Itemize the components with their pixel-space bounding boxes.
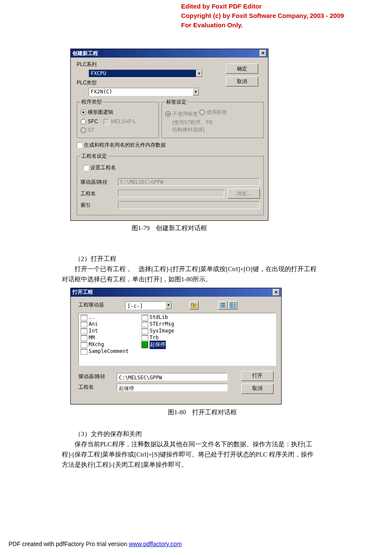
cancel-button[interactable]: 取消: [226, 76, 258, 87]
open-project-dialog: 打开工程 ✕ 工程驱动器 [-c-] ▼: [70, 288, 282, 405]
chevron-down-icon[interactable]: ▼: [196, 70, 202, 77]
svg-rect-4: [220, 305, 221, 306]
details-icon: [230, 302, 236, 308]
folder-icon: [141, 335, 148, 341]
project-name-legend: 工程名设定: [81, 153, 108, 160]
d2-proj-label: 工程名: [78, 383, 113, 391]
dialog2-titlebar: 打开工程 ✕: [71, 288, 281, 297]
check-gen-mem[interactable]: 生成和程序名同名的软元件内存数据: [77, 142, 166, 149]
program-type-legend: 程序类型: [81, 98, 103, 106]
figure-1-80-caption: 图1-80 打开工程对话框: [70, 407, 334, 417]
plc-series-value: FXCPU: [89, 70, 196, 77]
folder-icon: [81, 349, 87, 355]
svg-rect-6: [220, 306, 221, 307]
check-set-project-name[interactable]: 设置工程名: [83, 164, 116, 171]
label-setting-legend: 标签设定: [165, 98, 187, 106]
radio-st: ST: [81, 127, 94, 133]
sec2-line2: 对话框中选择已有工程，单击[打开]，如图1-80所示。: [62, 274, 334, 284]
check-melsap: MELSAP-L: [104, 119, 136, 124]
sec3-line2: 程]-[保存工程]菜单操作或[Ctrl]+[S]键操作即可。将已处于打开状态的P…: [62, 449, 334, 460]
folder-icon: [81, 335, 87, 341]
radio-ladder[interactable]: 梯形图逻辑: [81, 109, 113, 116]
d2-path-input[interactable]: C:\MELSEC\GPPW: [117, 373, 228, 381]
create-project-dialog: 创建新工程 ✕ PLC系列 FXCPU ▼ PLC类型 FX2N(C) ▼: [70, 49, 268, 221]
d2-proj-input[interactable]: 起保停: [117, 384, 228, 391]
dialog2-title: 打开工程: [72, 288, 93, 296]
browse-button: 浏览...: [228, 188, 260, 199]
list-icon: [220, 302, 226, 308]
folder-icon: [81, 321, 87, 327]
label-setting-group: 标签设定 不使用标签 使用标签 (使用ST程序、FB、 结构体时选择): [161, 98, 264, 138]
svg-rect-5: [222, 305, 225, 306]
svg-rect-7: [222, 306, 225, 307]
footer-link[interactable]: www.pdffactory.com: [129, 541, 182, 547]
project-drive-value: [-c-]: [126, 302, 165, 309]
foxit-line2: Copyright (c) by Foxit Software Company,…: [181, 11, 344, 20]
list-item[interactable]: MM: [81, 335, 129, 341]
list-view-button[interactable]: [218, 301, 228, 309]
chevron-down-icon[interactable]: ▼: [165, 302, 172, 309]
sec2-line1: 打开一个已有工程， 选择[工程]-[打开工程]菜单或按[Ctrl]+[O]键，在…: [62, 264, 334, 274]
folder-up-button[interactable]: [189, 301, 199, 309]
folder-icon: [81, 342, 87, 348]
svg-rect-2: [220, 303, 221, 304]
index-label: 索引: [81, 202, 115, 209]
folder-icon: [141, 321, 148, 327]
sec2-heading: （2）打开工程: [62, 254, 334, 264]
project-drive-combo[interactable]: [-c-] ▼: [125, 301, 172, 309]
foxit-line1: Edited by Foxit PDF Editor: [181, 2, 344, 11]
project-name-group: 工程名设定 设置工程名 驱动器/路径 C:\MELSEC\GPPW 工程名 浏览…: [77, 153, 264, 215]
close-icon[interactable]: ✕: [273, 289, 280, 296]
folder-up-icon: [191, 302, 197, 308]
folder-icon: [81, 328, 87, 334]
label-hint1: (使用ST程序、FB、: [172, 119, 260, 126]
dialog1-title: 创建新工程: [72, 50, 98, 57]
folder-icon: [81, 315, 87, 321]
program-type-group: 程序类型 梯形图逻辑 SFC MELSAP-L ST: [77, 98, 159, 138]
svg-rect-1: [191, 304, 193, 305]
project-icon: [141, 341, 148, 348]
project-name-label: 工程名: [81, 190, 115, 197]
pdf-footer: PDF created with pdfFactory Pro trial ve…: [9, 541, 182, 547]
list-item[interactable]: ..: [81, 314, 129, 321]
list-item[interactable]: Ani: [81, 321, 129, 328]
list-item[interactable]: Int: [81, 328, 129, 335]
drive-path-label: 驱动器/路径: [81, 179, 115, 186]
folder-icon: [141, 328, 148, 334]
open-button[interactable]: 打开: [241, 371, 274, 381]
plc-series-label: PLC系列: [77, 61, 226, 68]
sec3-line1: 保存当前PLC程序，注释数据以及其他在同一文件名下的数据。操作方法是：执行[工: [62, 439, 334, 449]
file-list[interactable]: .. Ani Int MM MXchg SampleComment StdLib…: [78, 313, 276, 366]
close-icon[interactable]: ✕: [259, 50, 266, 57]
footer-text: PDF created with pdfFactory Pro trial ve…: [9, 541, 129, 547]
sec3-line3: 方法是执行[工程]-[关闭工程]菜单操作即可。: [62, 460, 334, 470]
list-item-selected[interactable]: 起保停: [141, 341, 174, 348]
plc-type-combo[interactable]: FX2N(C) ▼: [89, 88, 199, 96]
project-drive-label: 工程驱动器: [78, 301, 121, 309]
foxit-watermark: Edited by Foxit PDF Editor Copyright (c)…: [181, 2, 344, 29]
folder-icon: [141, 315, 148, 321]
radio-use-label: 使用标签: [199, 109, 227, 116]
chevron-down-icon[interactable]: ▼: [193, 88, 199, 95]
plc-type-label: PLC类型: [77, 79, 226, 87]
svg-rect-3: [222, 303, 225, 304]
drive-path-input: C:\MELSEC\GPPW: [118, 178, 260, 186]
radio-no-label: 不使用标签: [165, 110, 198, 118]
plc-type-value: FX2N(C): [89, 88, 193, 95]
plc-series-combo[interactable]: FXCPU ▼: [89, 69, 203, 78]
svg-rect-8: [230, 303, 235, 308]
detail-view-button[interactable]: [228, 301, 237, 309]
radio-sfc[interactable]: SFC: [81, 119, 98, 124]
dialog1-titlebar: 创建新工程 ✕: [71, 49, 268, 58]
foxit-line3: For Evaluation Only.: [181, 20, 344, 30]
d2-path-label: 驱动器/路径: [78, 373, 113, 381]
index-input: [118, 201, 260, 209]
figure-1-79-caption: 图1-79 创建新工程对话框: [70, 224, 268, 232]
list-item[interactable]: SampleComment: [81, 348, 129, 355]
ok-button[interactable]: 确定: [226, 64, 258, 74]
label-hint2: 结构体时选择): [172, 126, 260, 133]
project-name-input: [118, 190, 224, 197]
sec3-heading: （3）文件的保存和关闭: [62, 429, 334, 439]
cancel-button[interactable]: 取消: [241, 384, 274, 394]
